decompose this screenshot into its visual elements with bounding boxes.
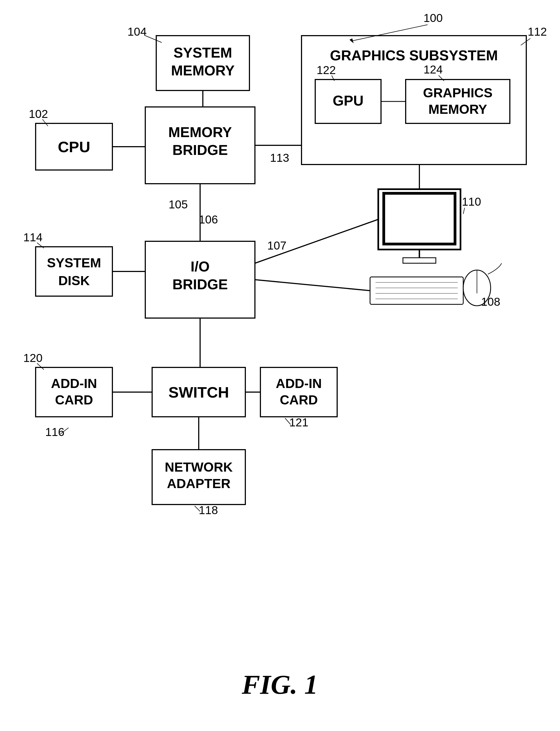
ref-110-line	[463, 208, 465, 214]
ref-121: 121	[289, 416, 308, 429]
add-in-card-left-label-2: CARD	[55, 393, 93, 407]
figure-label: FIG. 1	[241, 669, 318, 700]
system-disk-label-1: SYSTEM	[47, 255, 101, 270]
monitor-base	[403, 258, 436, 263]
ref-114: 114	[23, 231, 42, 244]
io-bridge-label-1: I/O	[191, 258, 209, 274]
ref-108: 108	[481, 295, 500, 308]
ref-112: 112	[528, 25, 547, 38]
cpu-label: CPU	[58, 138, 90, 155]
add-in-card-left-label-1: ADD-IN	[51, 376, 97, 391]
diagram-svg: SYSTEM MEMORY 104 CPU 102 MEMORY BRIDGE …	[0, 0, 560, 731]
memory-bridge-label-1: MEMORY	[168, 124, 232, 140]
gpu-label: GPU	[333, 93, 364, 109]
ref-118: 118	[199, 504, 218, 517]
monitor-screen	[384, 193, 455, 244]
ref-100: 100	[423, 12, 443, 24]
graphics-memory-label-1: GRAPHICS	[423, 86, 492, 100]
iobridge-keyboard-line	[255, 280, 370, 291]
ref-113: 113	[270, 151, 289, 164]
add-in-card-right-box	[260, 368, 337, 417]
ref-122: 122	[317, 64, 336, 76]
graphics-subsystem-label: GRAPHICS SUBSYSTEM	[330, 47, 498, 63]
system-disk-box	[36, 247, 112, 296]
memory-bridge-label-2: BRIDGE	[172, 142, 228, 158]
switch-label: SWITCH	[169, 384, 229, 401]
add-in-card-right-label-1: ADD-IN	[276, 376, 322, 391]
system-memory-label-2: MEMORY	[171, 62, 235, 78]
graphics-memory-label-2: MEMORY	[428, 102, 487, 116]
network-adapter-label-2: ADAPTER	[167, 476, 231, 491]
ref-105: 105	[169, 198, 188, 211]
ref-124: 124	[423, 63, 443, 76]
add-in-card-right-label-2: CARD	[280, 393, 318, 407]
ref-116: 116	[45, 426, 64, 439]
system-memory-label-1: SYSTEM	[174, 45, 232, 61]
mouse-cable	[488, 263, 502, 274]
network-adapter-label-1: NETWORK	[165, 460, 233, 474]
ref-102: 102	[29, 107, 48, 120]
ref-106: 106	[199, 213, 218, 226]
ref-104: 104	[127, 25, 147, 38]
ref-110: 110	[462, 195, 481, 208]
add-in-card-left-box	[36, 368, 112, 417]
ref-107: 107	[267, 239, 286, 252]
system-disk-label-2: DISK	[58, 273, 90, 288]
keyboard	[370, 277, 463, 304]
io-bridge-label-2: BRIDGE	[172, 276, 228, 292]
diagram-container: SYSTEM MEMORY 104 CPU 102 MEMORY BRIDGE …	[0, 0, 560, 731]
ref-120: 120	[23, 351, 42, 364]
